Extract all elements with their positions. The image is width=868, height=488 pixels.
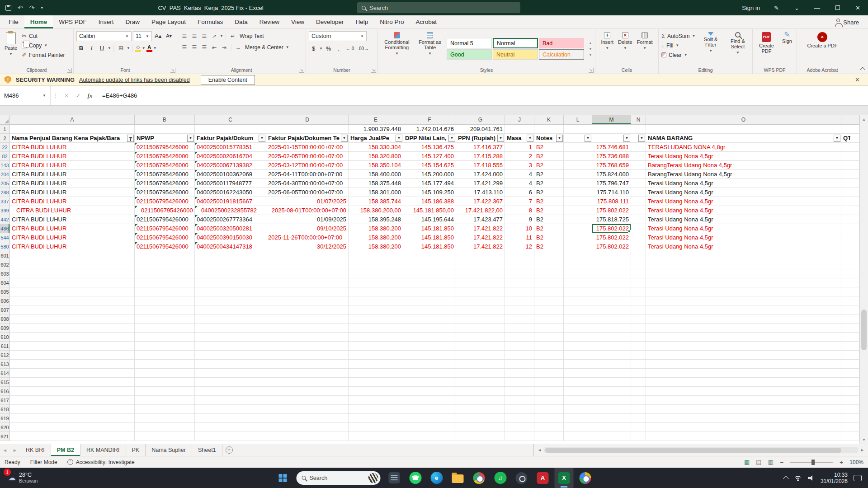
- ribbon-tab-view[interactable]: View: [285, 15, 310, 28]
- cell-C614[interactable]: [195, 369, 266, 378]
- cell-O618[interactable]: [646, 405, 841, 414]
- align-middle-icon[interactable]: ☰: [190, 32, 199, 41]
- cell-F618[interactable]: [403, 405, 456, 414]
- row-header-617[interactable]: 617: [0, 396, 10, 405]
- decrease-decimal-icon[interactable]: .00→: [356, 44, 370, 53]
- cell-O1[interactable]: [646, 125, 841, 134]
- dialog-launcher-icon[interactable]: ↘: [371, 68, 376, 73]
- cell-O619[interactable]: [646, 414, 841, 423]
- cell-E442[interactable]: 158.395.248: [349, 215, 403, 224]
- cell-F612[interactable]: [403, 351, 456, 360]
- cell-p611[interactable]: [841, 342, 859, 351]
- cell-B608[interactable]: [135, 314, 195, 324]
- cell-N608[interactable]: [631, 314, 646, 324]
- cell-N2[interactable]: ▼: [631, 134, 646, 143]
- cell-G544[interactable]: 17.421.822: [456, 233, 505, 242]
- tab-nav-right-icon[interactable]: ►: [10, 444, 20, 456]
- wifi-icon[interactable]: [794, 475, 802, 481]
- cell-K601[interactable]: [534, 251, 564, 260]
- cell-A486[interactable]: CITRA BUDI LUHUR: [10, 224, 135, 233]
- cell-D1[interactable]: [266, 125, 349, 134]
- cell-O602[interactable]: [646, 260, 841, 269]
- cell-E22[interactable]: 158.330.304: [349, 143, 403, 152]
- cell-N82[interactable]: [631, 152, 646, 161]
- cell-L617[interactable]: [564, 396, 592, 405]
- cell-N442[interactable]: [631, 215, 646, 224]
- cell-F602[interactable]: [403, 260, 456, 269]
- align-left-icon[interactable]: ☰: [180, 43, 189, 52]
- cell-N603[interactable]: [631, 269, 646, 278]
- column-header-e[interactable]: E: [349, 115, 403, 125]
- copy-button[interactable]: Copy▼: [22, 41, 65, 50]
- cell-E611[interactable]: [349, 342, 403, 351]
- cell-N609[interactable]: [631, 324, 646, 333]
- cell-C143[interactable]: 04002500067139382: [195, 161, 266, 170]
- cell-G617[interactable]: [456, 396, 505, 405]
- cell-G615[interactable]: [456, 378, 505, 387]
- cell-G288[interactable]: 17.413.110: [456, 188, 505, 197]
- cell-O601[interactable]: [646, 251, 841, 260]
- cell-D620[interactable]: [266, 423, 349, 432]
- italic-button[interactable]: I: [87, 43, 96, 53]
- cell-D609[interactable]: [266, 324, 349, 333]
- cell-J1[interactable]: [505, 125, 534, 134]
- cell-B580[interactable]: 0211506795426000: [135, 242, 195, 251]
- scroll-down-icon[interactable]: ▼: [860, 436, 868, 444]
- cell-M544[interactable]: 175.802.022: [592, 233, 631, 242]
- filter-dropdown-icon-j[interactable]: ▼: [527, 135, 533, 142]
- cell-p442[interactable]: [841, 215, 859, 224]
- cell-L204[interactable]: [564, 170, 592, 179]
- cell-A618[interactable]: [10, 405, 135, 414]
- cell-D618[interactable]: [266, 405, 349, 414]
- cell-J613[interactable]: [505, 360, 534, 369]
- cell-M601[interactable]: [592, 251, 631, 260]
- cell-E620[interactable]: [349, 423, 403, 432]
- cell-p617[interactable]: [841, 396, 859, 405]
- cell-A601[interactable]: [10, 251, 135, 260]
- cell-J143[interactable]: 3: [505, 161, 534, 170]
- cell-F605[interactable]: [403, 287, 456, 296]
- minimize-button[interactable]: —: [807, 0, 827, 15]
- increase-indent-icon[interactable]: ⇥: [220, 43, 229, 52]
- cell-J288[interactable]: 6: [505, 188, 534, 197]
- column-header-c[interactable]: C: [195, 115, 266, 125]
- format-painter-button[interactable]: ✐Format Painter: [22, 50, 65, 60]
- cell-C619[interactable]: [195, 414, 266, 423]
- ribbon-tab-file[interactable]: File: [3, 15, 24, 28]
- cell-E2[interactable]: Harga Jual/Pe▼: [349, 134, 403, 143]
- redo-icon[interactable]: ↷: [29, 4, 35, 11]
- cell-M610[interactable]: [592, 333, 631, 342]
- cell-L604[interactable]: [564, 278, 592, 287]
- cell-M205[interactable]: 175.796.747: [592, 179, 631, 188]
- row-header-602[interactable]: 602: [0, 260, 10, 269]
- cell-J204[interactable]: 4: [505, 170, 534, 179]
- cell-p580[interactable]: [841, 242, 859, 251]
- cell-p612[interactable]: [841, 351, 859, 360]
- cell-E619[interactable]: [349, 414, 403, 423]
- cell-J603[interactable]: [505, 269, 534, 278]
- scroll-up-icon[interactable]: ▲: [860, 115, 868, 123]
- style-chip-calculation[interactable]: Calculation: [539, 49, 584, 60]
- cell-F619[interactable]: [403, 414, 456, 423]
- cell-B610[interactable]: [135, 333, 195, 342]
- cell-M613[interactable]: [592, 360, 631, 369]
- cell-L580[interactable]: [564, 242, 592, 251]
- cell-O607[interactable]: [646, 305, 841, 314]
- cell-A620[interactable]: [10, 423, 135, 432]
- cell-L603[interactable]: [564, 269, 592, 278]
- cell-G399[interactable]: 17.421.822,00: [456, 206, 505, 215]
- cell-B607[interactable]: [135, 305, 195, 314]
- taskbar-app-acrobat[interactable]: A: [533, 468, 552, 488]
- cell-J615[interactable]: [505, 378, 534, 387]
- row-header-608[interactable]: 608: [0, 314, 10, 324]
- column-header-a[interactable]: A: [10, 115, 135, 125]
- cell-M486[interactable]: 175.802.022: [592, 224, 631, 233]
- save-icon[interactable]: [5, 5, 11, 11]
- cell-N604[interactable]: [631, 278, 646, 287]
- number-format-select[interactable]: Custom▼: [309, 31, 367, 41]
- cell-J399[interactable]: 8: [505, 206, 534, 215]
- cell-N1[interactable]: [631, 125, 646, 134]
- dialog-launcher-icon[interactable]: ↘: [299, 68, 304, 73]
- row-header-205[interactable]: 205: [0, 179, 10, 188]
- cell-K204[interactable]: B2: [534, 170, 564, 179]
